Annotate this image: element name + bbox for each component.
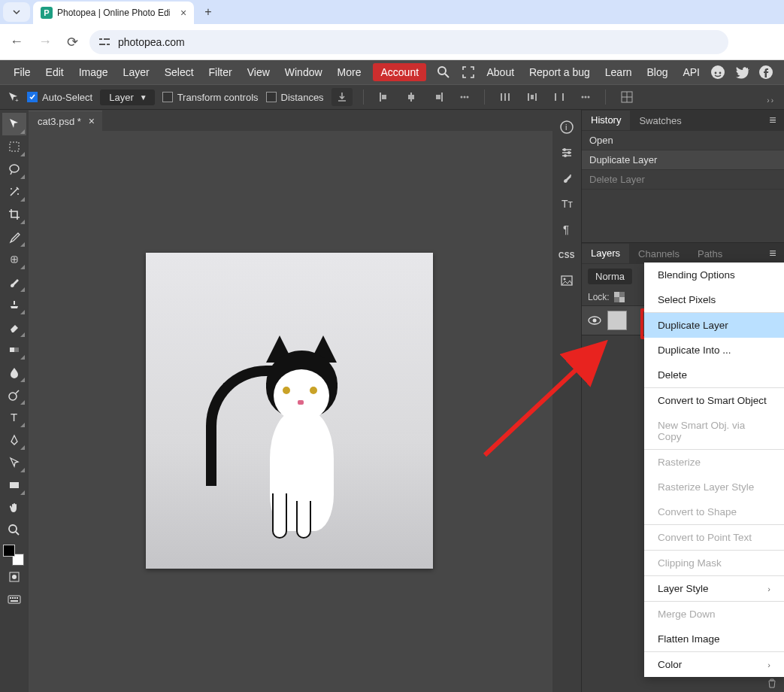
healing-tool[interactable] [2,248,26,271]
context-menu-item[interactable]: Color› [644,652,784,677]
select-scope-dropdown[interactable]: Layer ▼ [100,90,154,105]
css-panel-icon[interactable]: CSS [555,242,579,268]
tab-paths[interactable]: Paths [689,244,731,263]
context-menu-item[interactable]: Layer Style› [644,576,784,601]
context-menu-item[interactable]: Convert to Smart Object [644,388,784,413]
tab-search-button[interactable] [3,2,30,22]
download-icon[interactable] [331,88,353,106]
tab-swatches[interactable]: Swatches [630,111,690,130]
menu-file[interactable]: File [6,63,38,81]
color-swatches[interactable] [3,545,26,566]
facebook-icon[interactable] [754,65,778,80]
context-menu-item[interactable]: Flatten Image [644,627,784,651]
context-menu-item[interactable]: Duplicate Into ... [644,338,784,363]
fullscreen-icon[interactable] [456,66,480,78]
menu-learn[interactable]: Learn [599,63,638,81]
canvas-area[interactable]: cat3.psd * × [29,110,552,692]
context-menu-item[interactable]: Blending Options [644,263,784,287]
history-item[interactable]: Duplicate Layer [582,150,784,170]
distribute-right-icon[interactable] [549,91,569,103]
menu-select[interactable]: Select [157,63,201,81]
context-menu-item[interactable]: Duplicate Layer [644,313,784,338]
menu-about[interactable]: About [480,63,520,81]
menu-edit[interactable]: Edit [38,63,71,81]
menu-filter[interactable]: Filter [201,63,240,81]
blend-mode-select[interactable]: Norma [588,269,632,284]
context-menu-item[interactable]: Delete [644,363,784,387]
canvas[interactable] [146,253,433,569]
brush-tool[interactable] [2,271,26,293]
gradient-tool[interactable] [2,338,26,361]
nav-forward-button[interactable]: → [35,34,56,50]
document-tab-close[interactable]: × [89,115,95,127]
nav-reload-button[interactable]: ⟳ [63,34,82,50]
blur-tool[interactable] [2,361,26,384]
nav-back-button[interactable]: ← [6,34,27,50]
zoom-tool[interactable] [2,519,26,542]
distribute-left-icon[interactable] [495,91,515,103]
collapse-right-icon[interactable]: ›› [767,96,775,105]
reddit-icon[interactable] [706,65,730,80]
browser-tab[interactable]: P Photopea | Online Photo Edi × [33,2,194,24]
distances-checkbox[interactable]: Distances [266,92,324,103]
site-settings-icon[interactable] [98,37,110,47]
type-tool[interactable]: T [2,406,26,429]
clone-stamp-tool[interactable] [2,293,26,316]
distribute-more-icon[interactable] [577,92,595,102]
quick-mask-tool[interactable] [2,566,26,588]
tab-channels[interactable]: Channels [629,244,689,263]
delete-layer-icon[interactable] [766,677,778,689]
move-tool-icon[interactable]: + [8,91,20,103]
address-bar[interactable]: photopea.com [89,30,728,54]
new-tab-button[interactable]: + [204,5,211,19]
info-icon[interactable]: i [555,114,579,140]
search-icon[interactable] [431,65,456,79]
fg-color-swatch[interactable] [3,545,15,557]
panel-options-button[interactable]: ≡ [764,111,782,129]
eraser-tool[interactable] [2,316,26,338]
lock-transparency-icon[interactable] [614,292,625,302]
move-tool[interactable] [2,113,26,135]
keyboard-icon[interactable] [2,588,26,611]
context-menu-item[interactable]: Select Pixels [644,287,784,312]
magic-wand-tool[interactable] [2,181,26,203]
history-item[interactable]: Delete Layer [582,170,784,190]
marquee-tool[interactable] [2,135,26,158]
menu-window[interactable]: Window [277,63,330,81]
layer-visibility-icon[interactable] [588,315,601,326]
eyedropper-tool[interactable] [2,226,26,248]
menu-more[interactable]: More [330,63,369,81]
shape-tool[interactable] [2,474,26,496]
menu-layer[interactable]: Layer [116,63,157,81]
crop-tool[interactable] [2,203,26,226]
document-tab[interactable]: cat3.psd * × [29,111,102,131]
image-panel-icon[interactable] [555,268,579,293]
hand-tool[interactable] [2,496,26,519]
account-button[interactable]: Account [373,63,426,81]
transform-controls-checkbox[interactable]: Transform controls [162,92,259,103]
panel-options-button[interactable]: ≡ [764,244,782,263]
grid-toggle-icon[interactable] [616,90,637,104]
tab-layers[interactable]: Layers [582,244,629,263]
character-panel-icon[interactable]: Tт [555,191,579,217]
auto-select-checkbox[interactable]: Auto-Select [27,92,92,103]
align-right-icon[interactable] [428,91,448,103]
menu-image[interactable]: Image [71,63,116,81]
distribute-center-icon[interactable] [522,91,542,103]
twitter-icon[interactable] [730,65,754,80]
tab-history[interactable]: History [582,111,630,130]
tab-close-button[interactable]: × [180,7,186,19]
history-item[interactable]: Open [582,131,784,150]
menu-report-bug[interactable]: Report a bug [523,63,596,81]
menu-view[interactable]: View [240,63,277,81]
adjustments-icon[interactable] [555,140,579,165]
paragraph-panel-icon[interactable]: ¶ [555,217,579,242]
brush-panel-icon[interactable] [555,165,579,191]
pen-tool[interactable] [2,429,26,451]
align-center-h-icon[interactable] [401,91,421,103]
path-select-tool[interactable] [2,451,26,474]
lasso-tool[interactable] [2,158,26,181]
align-left-icon[interactable] [374,91,394,103]
dodge-tool[interactable] [2,384,26,406]
menu-blog[interactable]: Blog [641,63,674,81]
